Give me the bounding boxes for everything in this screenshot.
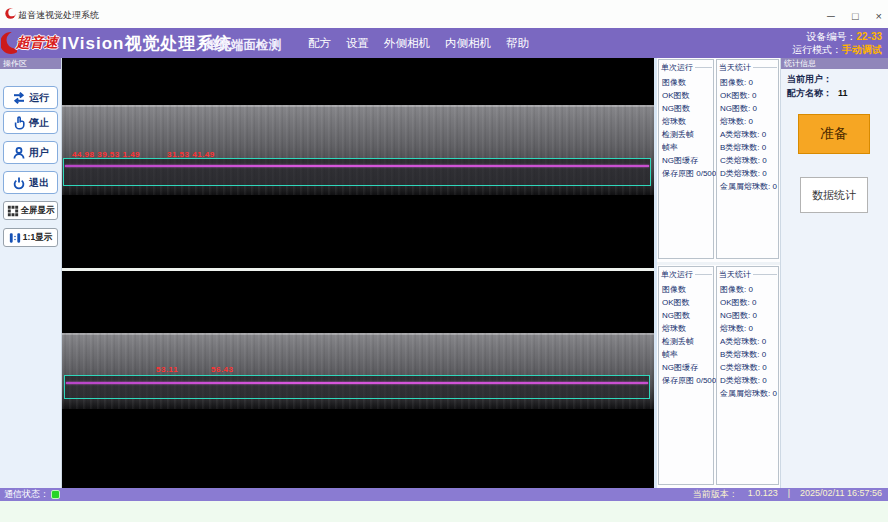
close-icon[interactable]: × <box>876 11 882 22</box>
stat-item: A类熔珠数: 0 <box>720 335 778 348</box>
brand-name: 超音速 <box>16 34 58 52</box>
fullscreen-button-label: 全屏显示 <box>21 205 55 217</box>
device-info: 设备编号：22-33 运行模式：手动调试 <box>792 30 882 56</box>
stat-item: NG图数 <box>662 102 713 115</box>
prepare-button[interactable]: 准备 <box>798 114 870 154</box>
stop-button[interactable]: 停止 <box>3 111 58 134</box>
comm-status-indicator <box>51 490 60 499</box>
run-mode-label: 运行模式： <box>792 44 842 55</box>
fullscreen-button[interactable]: 全屏显示 <box>3 201 58 220</box>
one-to-one-button[interactable]: 1:1显示 <box>3 228 58 247</box>
measurement-annotation: 31.53 41.49 <box>167 150 215 159</box>
stat-item: 熔珠数 <box>662 115 713 128</box>
comm-status: 通信状态： <box>0 488 60 501</box>
brand-logo-icon <box>1 30 17 56</box>
measurement-annotation: 56.43 <box>211 365 234 374</box>
run-button-label: 运行 <box>29 91 49 105</box>
stat-item: 帧率 <box>662 348 713 361</box>
stat-item: C类熔珠数: 0 <box>720 361 778 374</box>
bottom-strip <box>0 501 888 522</box>
app-header: 超音速 IVision视觉处理系统 熔珠端面检测 配方设置外侧相机内侧相机帮助 … <box>0 28 888 58</box>
separator: | <box>788 488 790 501</box>
recipe-row: 配方名称：11 <box>787 87 848 100</box>
user-button[interactable]: 用户 <box>3 141 58 164</box>
stat-item: OK图数: 0 <box>720 296 778 309</box>
sidebar-title: 操作区 <box>0 58 61 69</box>
version-info: 当前版本： 1.0.123 | 2025/02/11 16:57:56 <box>693 488 888 501</box>
window-title: 超音速视觉处理系统 <box>18 9 99 22</box>
run-button[interactable]: 运行 <box>3 86 58 109</box>
device-id-value: 22-33 <box>856 31 882 42</box>
stat-item: OK图数 <box>662 296 713 309</box>
comm-status-label: 通信状态： <box>4 488 49 501</box>
stats-column: 单次运行 图像数OK图数NG图数熔珠数检测丢帧帧率NG图缓存保存原图 0/500… <box>654 58 780 488</box>
camera-view-inner[interactable]: 53.11 56.43 <box>62 271 654 488</box>
measurement-annotation: 44.98 39.53 1.49 <box>72 150 140 159</box>
menu-item[interactable]: 外侧相机 <box>384 36 430 51</box>
one-to-one-icon <box>9 232 21 244</box>
device-id-label: 设备编号： <box>806 31 856 42</box>
recipe-value: 11 <box>838 88 848 98</box>
stat-item: 检测丢帧 <box>662 128 713 141</box>
sidebar: 操作区 运行 停止 用户 退出 <box>0 58 62 488</box>
stat-item: 图像数 <box>662 76 713 89</box>
stats-panel-inner: 单次运行 图像数OK图数NG图数熔珠数检测丢帧帧率NG图缓存保存原图 0/500… <box>657 265 780 488</box>
stat-item: OK图数 <box>662 89 713 102</box>
minimize-icon[interactable]: ─ <box>827 11 835 22</box>
daily-stats-group: 当天统计 图像数: 0OK图数: 0NG图数: 0熔珠数: 0A类熔珠数: 0B… <box>716 266 779 485</box>
stat-item: NG图缓存 <box>662 154 713 167</box>
stat-item: 金属屑熔珠数: 0 <box>720 180 778 193</box>
stat-item: D类熔珠数: 0 <box>720 167 778 180</box>
info-panel-title: 统计信息 <box>781 58 888 69</box>
camera-area: 44.98 39.53 1.49 31.53 41.49 53.11 56.43 <box>62 58 654 488</box>
one-to-one-button-label: 1:1显示 <box>23 232 52 244</box>
camera-view-outer[interactable]: 44.98 39.53 1.49 31.53 41.49 <box>62 58 654 268</box>
menu-item[interactable]: 帮助 <box>506 36 529 51</box>
stat-item: 检测丢帧 <box>662 335 713 348</box>
stat-item: NG图缓存 <box>662 361 713 374</box>
group-title: 当天统计 <box>717 267 778 281</box>
menu-item[interactable]: 设置 <box>346 36 369 51</box>
exit-button-label: 退出 <box>29 176 49 190</box>
maximize-icon[interactable]: □ <box>852 11 859 22</box>
menu-item[interactable]: 内侧相机 <box>445 36 491 51</box>
group-title: 单次运行 <box>659 267 713 281</box>
stat-item: 图像数: 0 <box>720 76 778 89</box>
laser-profile-line <box>65 165 649 167</box>
stat-item: 图像数: 0 <box>720 283 778 296</box>
single-run-group: 单次运行 图像数OK图数NG图数熔珠数检测丢帧帧率NG图缓存保存原图 0/500 <box>658 59 714 259</box>
detection-box <box>64 375 650 399</box>
stat-item: 金属屑熔珠数: 0 <box>720 387 778 400</box>
stat-item: 熔珠数: 0 <box>720 115 778 128</box>
stop-button-label: 停止 <box>29 116 49 130</box>
stat-item: 帧率 <box>662 141 713 154</box>
status-bar: 通信状态： 当前版本： 1.0.123 | 2025/02/11 16:57:5… <box>0 488 888 501</box>
stat-item: NG图数: 0 <box>720 309 778 322</box>
current-user-label: 当前用户： <box>787 74 832 84</box>
run-mode-value: 手动调试 <box>842 44 882 55</box>
stat-item: 图像数 <box>662 283 713 296</box>
measurement-annotation: 53.11 <box>156 365 178 374</box>
app-logo-icon <box>5 8 16 19</box>
data-stats-button[interactable]: 数据统计 <box>800 177 868 213</box>
stat-item: D类熔珠数: 0 <box>720 374 778 387</box>
stat-item: OK图数: 0 <box>720 89 778 102</box>
stat-item: B类熔珠数: 0 <box>720 141 778 154</box>
version-value: 1.0.123 <box>748 488 778 501</box>
version-label: 当前版本： <box>693 488 738 501</box>
exit-button[interactable]: 退出 <box>3 171 58 194</box>
stat-item: C类熔珠数: 0 <box>720 154 778 167</box>
recipe-label: 配方名称： <box>787 88 832 98</box>
menu-bar: 配方设置外侧相机内侧相机帮助 <box>308 28 529 58</box>
stat-item: A类熔珠数: 0 <box>720 128 778 141</box>
stat-item: 熔珠数: 0 <box>720 322 778 335</box>
stats-panel-outer: 单次运行 图像数OK图数NG图数熔珠数检测丢帧帧率NG图缓存保存原图 0/500… <box>657 58 780 262</box>
single-run-group: 单次运行 图像数OK图数NG图数熔珠数检测丢帧帧率NG图缓存保存原图 0/500 <box>658 266 714 485</box>
menu-item[interactable]: 配方 <box>308 36 331 51</box>
datetime: 2025/02/11 16:57:56 <box>800 488 882 501</box>
app-window: 超音速视觉处理系统 ─ □ × 超音速 IVision视觉处理系统 熔珠端面检测… <box>0 0 888 522</box>
daily-stats-group: 当天统计 图像数: 0OK图数: 0NG图数: 0熔珠数: 0A类熔珠数: 0B… <box>716 59 779 259</box>
user-button-label: 用户 <box>29 146 49 160</box>
group-title: 单次运行 <box>659 60 713 74</box>
current-user-row: 当前用户： <box>787 73 838 86</box>
